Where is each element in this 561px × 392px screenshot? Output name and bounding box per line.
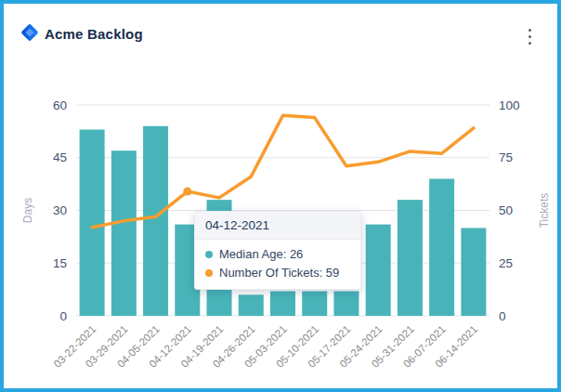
tooltip-row-label: Median Age: 26 — [219, 247, 303, 261]
left-axis-tick-label: 0 — [59, 309, 67, 323]
left-axis-title: Days — [21, 198, 34, 223]
bar-03-22-2021[interactable] — [80, 129, 105, 316]
left-axis-tick-label: 15 — [53, 256, 67, 270]
bar-06-07-2021[interactable] — [429, 178, 454, 316]
right-axis-tick-label: 50 — [499, 203, 513, 217]
right-axis-tick-label: 0 — [499, 309, 506, 323]
tooltip-body: Median Age: 26Number Of Tickets: 59 — [195, 240, 360, 289]
series-dot-icon — [205, 269, 213, 277]
bar-05-17-2021[interactable] — [333, 292, 359, 316]
bar-05-03-2021[interactable] — [270, 292, 295, 316]
series-dot-icon — [205, 251, 213, 258]
right-axis-title: Tickets — [538, 193, 551, 229]
bar-04-26-2021[interactable] — [239, 294, 264, 316]
left-axis-tick-label: 45 — [53, 150, 67, 164]
bar-05-31-2021[interactable] — [398, 200, 423, 316]
highlighted-point[interactable] — [183, 188, 191, 196]
bar-03-29-2021[interactable] — [111, 150, 137, 316]
backlog-combo-chart[interactable]: 0015253050457560100DaysTickets03-22-2021… — [4, 4, 561, 392]
tooltip-row-label: Number Of Tickets: 59 — [219, 266, 339, 280]
left-axis-tick-label: 60 — [53, 98, 67, 112]
right-axis-tick-label: 100 — [499, 98, 520, 112]
chart-tooltip: 04-12-2021 Median Age: 26Number Of Ticke… — [194, 211, 361, 290]
tooltip-row: Median Age: 26 — [205, 247, 350, 261]
right-axis-tick-label: 75 — [499, 150, 513, 164]
bar-05-24-2021[interactable] — [366, 225, 391, 316]
acme-backlog-window: { "header": { "title": "Acme Backlog" },… — [0, 0, 561, 392]
tooltip-date: 04-12-2021 — [195, 212, 360, 240]
right-axis-tick-label: 25 — [499, 256, 513, 270]
left-axis-tick-label: 30 — [53, 203, 67, 217]
tooltip-row: Number Of Tickets: 59 — [205, 266, 350, 280]
bar-04-05-2021[interactable] — [143, 126, 168, 316]
bar-06-14-2021[interactable] — [461, 228, 486, 316]
bar-05-10-2021[interactable] — [302, 292, 327, 316]
